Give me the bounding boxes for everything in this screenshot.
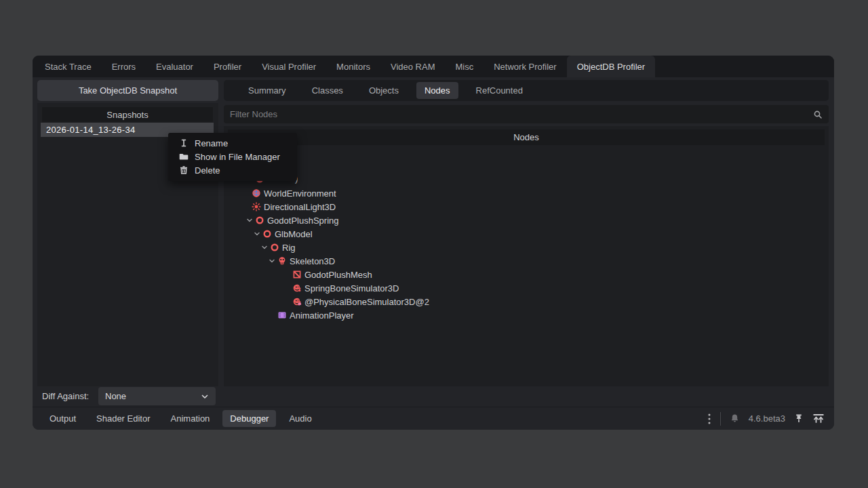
nodes-tree: Nodes ) WorldEnvironment DirectionalLigh… [224,126,829,386]
spring-bone-icon [292,283,302,293]
context-menu-item-label: Rename [195,138,228,148]
tree-row-label: AnimationPlayer [290,310,354,321]
context-menu-item-label: Delete [195,165,220,176]
snapshots-header: Snapshots [42,107,213,122]
context-menu-rename[interactable]: Rename [168,136,297,150]
tree-row[interactable]: DirectionalLight3D [252,200,336,214]
trash-icon [179,165,189,175]
tab-evaluator[interactable]: Evaluator [146,56,203,77]
context-menu-show-in-file-manager[interactable]: Show in File Manager [168,150,297,163]
debugger-panel: Stack Trace Errors Evaluator Profiler Vi… [33,56,834,430]
tab-visual-profiler[interactable]: Visual Profiler [252,56,326,77]
tree-row-label: GlbModel [275,229,313,239]
bottom-tab-shader-editor[interactable]: Shader Editor [89,410,158,427]
bottom-tab-debugger[interactable]: Debugger [222,410,276,427]
folder-icon [179,152,189,161]
snapshot-context-menu: Rename Show in File Manager Delete [168,133,297,181]
node3d-icon [262,229,272,239]
chevron-down-icon[interactable] [252,230,262,237]
tree-row-label: Rig [282,243,296,253]
tree-row-label: SpringBoneSimulator3D [304,283,399,293]
world-environment-icon [252,188,261,198]
tree-row-label: @PhysicalBoneSimulator3D@2 [304,297,429,307]
context-menu-item-label: Show in File Manager [195,152,280,162]
node3d-icon [270,243,279,252]
tree-row-label: GodotPlushMesh [304,270,372,280]
tree-row[interactable]: WorldEnvironment [252,186,336,200]
diff-against-value: None [105,391,126,401]
filter-nodes-input[interactable] [230,109,813,119]
chevron-down-icon[interactable] [244,217,255,224]
tree-row[interactable]: @PhysicalBoneSimulator3D@2 [292,295,429,308]
expand-bottom-panel-icon[interactable] [812,413,825,424]
subtab-summary[interactable]: Summary [240,82,294,99]
search-icon [813,110,823,119]
editor-bottom-bar: Output Shader Editor Animation Debugger … [33,407,834,430]
context-menu-delete[interactable]: Delete [168,163,297,177]
tab-monitors[interactable]: Monitors [326,56,380,77]
bottom-tab-animation[interactable]: Animation [163,410,218,427]
tree-row[interactable]: Skeleton3D [267,254,335,268]
snapshot-view-tabs: Summary Classes Objects Nodes RefCounted [224,80,829,101]
subtab-nodes[interactable]: Nodes [416,82,458,99]
chevron-down-icon [201,392,209,401]
version-label: 4.6.beta3 [749,413,785,424]
nodes-column-header: Nodes [228,129,825,145]
bottom-tab-output[interactable]: Output [42,410,83,427]
tree-row[interactable]: Rig [259,241,296,254]
animation-player-icon [277,310,287,320]
tab-video-ram[interactable]: Video RAM [380,56,446,77]
tab-objectdb-profiler[interactable]: ObjectDB Profiler [567,56,655,77]
node3d-icon [255,216,264,225]
ibeam-icon [179,138,189,148]
diff-against-label: Diff Against: [42,391,89,401]
notification-bell-icon[interactable] [730,413,740,424]
skeleton3d-icon [277,256,287,266]
tab-errors[interactable]: Errors [102,56,146,77]
mesh-icon [292,270,302,279]
tree-row-label: WorldEnvironment [264,188,336,199]
tab-network-profiler[interactable]: Network Profiler [484,56,566,77]
pin-bottom-panel-icon[interactable] [794,413,804,424]
tree-row[interactable]: GodotPlushSpring [244,214,339,227]
diff-against-select[interactable]: None [98,387,216,405]
filter-nodes-field [224,105,829,123]
take-snapshot-button[interactable]: Take ObjectDB Snapshot [37,80,218,101]
tab-misc[interactable]: Misc [445,56,484,77]
chevron-down-icon[interactable] [267,258,277,264]
tree-row[interactable]: GlbModel [252,227,313,241]
tree-row-label: GodotPlushSpring [267,216,339,226]
subtab-classes[interactable]: Classes [304,82,351,99]
debugger-tab-bar: Stack Trace Errors Evaluator Profiler Vi… [33,56,834,77]
tree-row[interactable]: SpringBoneSimulator3D [292,281,399,295]
subtab-refcounted[interactable]: RefCounted [468,82,531,99]
tree-row-label: Skeleton3D [290,256,335,266]
divider [720,412,721,426]
subtab-objects[interactable]: Objects [361,82,407,99]
tree-row-label: DirectionalLight3D [264,202,336,212]
tree-row[interactable]: GodotPlushMesh [292,268,372,281]
overflow-menu-icon[interactable] [707,413,711,425]
directional-light-icon [252,202,261,211]
tab-stack-trace[interactable]: Stack Trace [35,56,102,77]
chevron-down-icon[interactable] [259,244,270,251]
tree-row[interactable]: AnimationPlayer [267,308,354,322]
tab-profiler[interactable]: Profiler [203,56,252,77]
physical-bone-icon [292,297,302,306]
bottom-tab-audio[interactable]: Audio [281,410,319,427]
